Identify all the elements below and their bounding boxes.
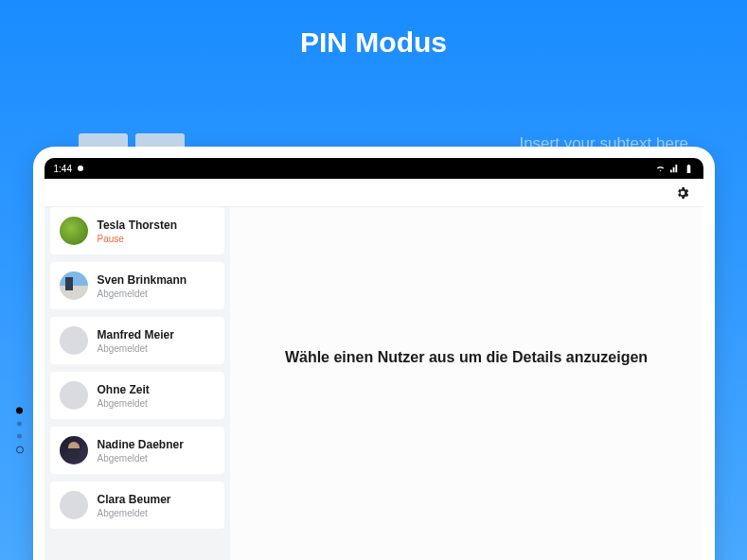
user-status: Pause <box>98 234 177 244</box>
battery-icon <box>684 164 694 174</box>
page-dot[interactable] <box>16 446 24 454</box>
detail-pane: Wähle einen Nutzer aus um die Details an… <box>230 207 703 560</box>
avatar <box>60 491 88 519</box>
gear-icon[interactable] <box>675 185 690 201</box>
user-name: Tesla Thorsten <box>98 219 177 232</box>
user-list[interactable]: Tesla Thorsten Pause Sven Brinkmann Abge… <box>44 207 230 560</box>
statusbar-time: 1:44 <box>54 164 72 174</box>
tablet-tabs-decor <box>79 133 185 147</box>
page-dot[interactable] <box>17 422 22 427</box>
avatar <box>60 217 88 245</box>
list-item[interactable]: Nadine Daebner Abgemeldet <box>50 427 224 474</box>
list-item[interactable]: Ohne Zeit Abgemeldet <box>50 372 224 419</box>
user-name: Manfred Meier <box>98 328 174 341</box>
page-dot[interactable] <box>17 434 22 439</box>
user-status: Abgemeldet <box>98 508 171 518</box>
avatar <box>60 271 88 300</box>
user-status: Abgemeldet <box>98 289 187 299</box>
signal-icon <box>669 164 680 174</box>
list-item[interactable]: Manfred Meier Abgemeldet <box>50 317 224 364</box>
list-item[interactable]: Clara Beumer Abgemeldet <box>50 481 224 529</box>
user-name: Ohne Zeit <box>98 383 150 396</box>
tablet-frame: 1:44 Tesla Thorsten Pause <box>33 147 715 560</box>
tablet-screen: 1:44 Tesla Thorsten Pause <box>44 158 703 560</box>
user-name: Nadine Daebner <box>98 438 184 451</box>
avatar <box>60 326 88 355</box>
app-bar <box>44 179 703 207</box>
user-name: Sven Brinkmann <box>98 273 187 287</box>
android-statusbar: 1:44 <box>44 158 703 179</box>
page-dot[interactable] <box>16 408 23 414</box>
detail-empty-hint: Wähle einen Nutzer aus um die Details an… <box>230 349 703 366</box>
avatar <box>60 381 88 410</box>
user-name: Clara Beumer <box>98 493 171 506</box>
notification-dot-icon <box>78 166 83 171</box>
user-status: Abgemeldet <box>98 453 184 464</box>
user-status: Abgemeldet <box>98 398 150 409</box>
list-item[interactable]: Tesla Thorsten Pause <box>50 207 224 254</box>
page-title: PIN Modus <box>0 0 747 76</box>
list-item[interactable]: Sven Brinkmann Abgemeldet <box>50 262 224 309</box>
user-status: Abgemeldet <box>98 343 174 354</box>
avatar <box>60 436 88 464</box>
pagination-dots[interactable] <box>16 408 24 454</box>
wifi-icon <box>655 164 666 174</box>
